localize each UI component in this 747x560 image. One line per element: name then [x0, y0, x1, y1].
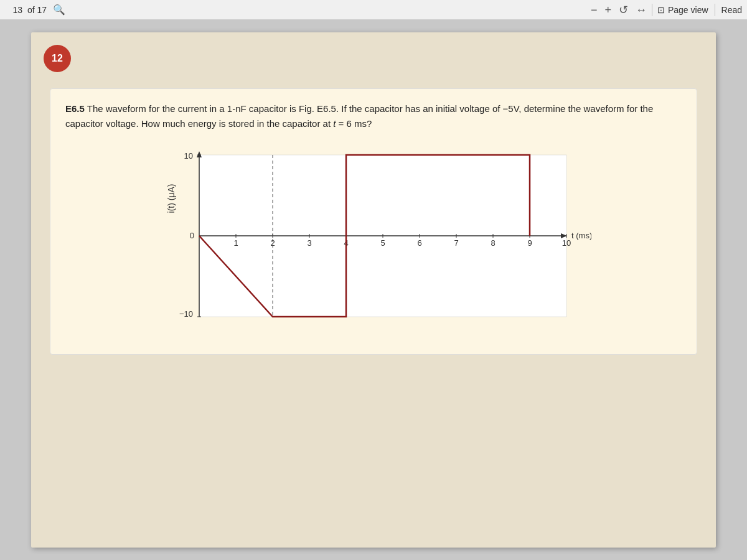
x-label-6: 6 — [417, 238, 421, 248]
read-button[interactable]: Read — [721, 5, 742, 15]
y-label-0: 0 — [190, 231, 194, 240]
toolbar-right: ⊡ Page view Read — [657, 4, 742, 16]
page-number: 13 — [5, 5, 22, 15]
rotate-icon[interactable]: ↺ — [619, 4, 628, 16]
problem-box: E6.5 The waveform for the current in a 1… — [50, 88, 697, 355]
problem-description: The waveform for the current in a 1-nF c… — [65, 103, 653, 129]
x-label-3: 3 — [307, 238, 311, 248]
problem-text: E6.5 The waveform for the current in a 1… — [65, 101, 682, 131]
page-card: 12 E6.5 The waveform for the current in … — [31, 32, 716, 548]
page-badge: 12 — [44, 45, 71, 72]
x-label-1: 1 — [233, 238, 238, 248]
page-view-button[interactable]: ⊡ Page view — [657, 5, 708, 15]
svg-marker-2 — [197, 151, 202, 157]
problem-label: E6.5 — [65, 103, 85, 114]
page-of-total: of 17 — [27, 5, 47, 15]
x-label-8: 8 — [491, 238, 495, 248]
page-view-label: Page view — [668, 5, 708, 15]
fit-page-icon[interactable]: ↔ — [636, 4, 647, 16]
y-axis-label: i(t) (μA) — [166, 184, 176, 213]
graph-container: 0 10 −10 1 2 — [65, 142, 682, 342]
page-badge-number: 12 — [52, 53, 63, 64]
toolbar-separator — [652, 4, 652, 16]
toolbar: 13 of 17 🔍 − + ↺ ↔ ⊡ Page view Read — [0, 0, 747, 20]
x-label-9: 9 — [527, 238, 532, 248]
page-view-icon: ⊡ — [657, 5, 665, 15]
y-label-10: 10 — [184, 151, 193, 161]
toolbar-controls: − + ↺ ↔ — [591, 4, 647, 16]
x-axis-label: t (ms) — [571, 231, 591, 240]
x-label-7: 7 — [454, 238, 458, 248]
search-icon[interactable]: 🔍 — [53, 4, 65, 16]
waveform-graph: 0 10 −10 1 2 — [156, 142, 591, 342]
x-label-5: 5 — [380, 238, 385, 248]
x-label-10: 10 — [562, 238, 571, 248]
toolbar-separator-2 — [715, 4, 715, 16]
content-area: 12 E6.5 The waveform for the current in … — [0, 20, 747, 560]
zoom-out-button[interactable]: − — [591, 4, 598, 16]
y-label-neg10: −10 — [179, 309, 193, 319]
zoom-in-button[interactable]: + — [604, 4, 611, 16]
